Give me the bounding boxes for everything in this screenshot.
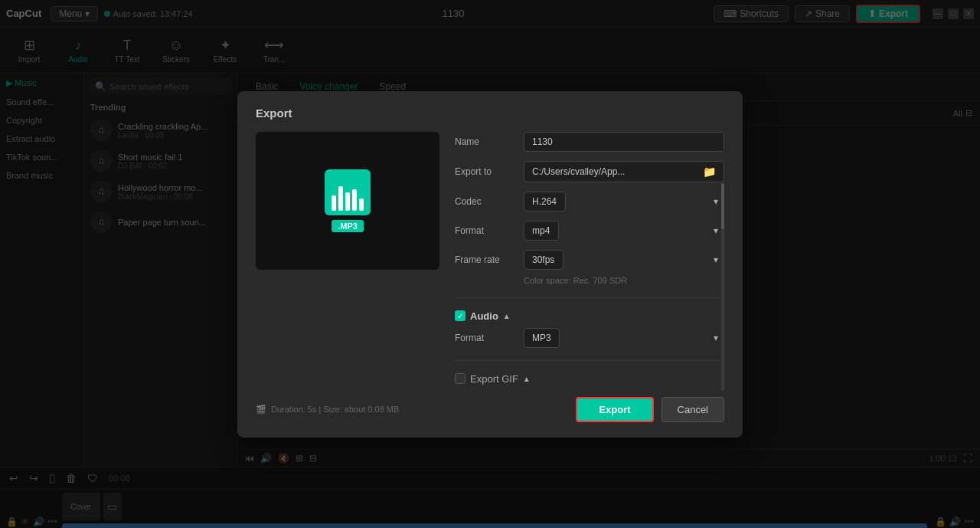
format-label: Format [455,225,516,236]
audio-collapse-icon[interactable]: ▲ [503,312,511,320]
modal-cancel-button[interactable]: Cancel [662,397,724,422]
name-input[interactable] [524,132,724,152]
audio-format-select[interactable]: MP3 [524,328,560,348]
mp3-bars [325,169,371,215]
framerate-label: Frame rate [455,254,516,265]
modal-fields: Name Export to C:/Users/cvalley/App... 📁… [455,132,724,385]
audio-label: Audio [470,310,498,322]
bar2 [338,186,343,211]
modal-footer: 🎬 Duration: 5s | Size: about 0.08 MB Exp… [256,397,724,422]
name-label: Name [455,136,516,147]
modal-title: Export [256,107,724,120]
codec-select-wrapper: H.264 [524,192,724,212]
audio-format-label: Format [455,333,516,343]
framerate-select[interactable]: 30fps [524,250,564,270]
modal-preview: .MP3 [256,132,439,270]
audio-header: Audio ▲ [455,310,724,322]
bar5 [359,198,364,211]
gif-collapse-icon[interactable]: ▲ [523,375,531,383]
gif-section: Export GIF ▲ [455,373,724,385]
format-select[interactable]: mp4 [524,221,559,241]
format-select-wrapper: mp4 [524,221,724,241]
mp3-icon: .MP3 [325,169,371,232]
exportto-field-row: Export to C:/Users/cvalley/App... 📁 [455,161,724,182]
audio-format-row: Format MP3 [455,328,724,348]
duration-icon: 🎬 [256,405,266,415]
folder-icon[interactable]: 📁 [703,166,716,178]
bar1 [332,195,336,211]
name-field-row: Name [455,132,724,152]
export-modal: Export .MP3 Name [237,91,743,438]
scroll-thumb [721,183,724,229]
codec-label: Codec [455,196,516,207]
modal-body: .MP3 Name Export to C:/Users/cvalley/App… [256,132,724,385]
exportto-value: C:/Users/cvalley/App... [532,166,625,177]
mp3-label: .MP3 [332,220,364,232]
codec-field-row: Codec H.264 [455,192,724,212]
colorspace-text: Color space: Rec. 709 SDR [455,276,724,285]
gif-checkbox[interactable] [455,373,466,384]
audio-format-select-wrapper: MP3 [524,328,724,348]
framerate-select-wrapper: 30fps [524,250,724,270]
audio-section: Audio ▲ Format MP3 [455,310,724,348]
bar3 [345,192,350,211]
divider-1 [455,297,724,298]
exportgif-label: Export GIF [470,373,518,385]
modal-export-button[interactable]: Export [576,397,653,422]
modal-overlay: Export .MP3 Name [0,0,980,528]
codec-select[interactable]: H.264 [524,192,566,212]
duration-text: Duration: 5s | Size: about 0.08 MB [271,405,399,414]
divider-2 [455,360,724,361]
exportto-label: Export to [455,166,516,177]
framerate-field-row: Frame rate 30fps [455,250,724,270]
exportto-path: C:/Users/cvalley/App... 📁 [524,161,724,182]
bar4 [352,189,357,211]
modal-actions: Export Cancel [576,397,724,422]
audio-checkbox[interactable] [455,310,466,321]
duration-info: 🎬 Duration: 5s | Size: about 0.08 MB [256,405,399,415]
scroll-indicator [721,183,724,392]
format-field-row: Format mp4 [455,221,724,241]
